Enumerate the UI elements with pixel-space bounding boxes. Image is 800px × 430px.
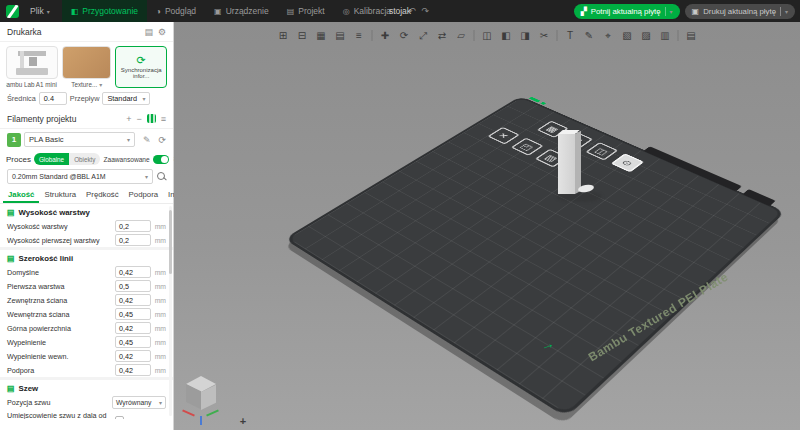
filament-row: 1 PLA Basic ▾ ✎ ⟳ bbox=[0, 129, 173, 150]
printer-card[interactable]: Bambu Lab A1 mini ▾ bbox=[6, 46, 58, 88]
printer-settings-icon[interactable]: ⚙ bbox=[158, 27, 166, 37]
seam-position-dropdown[interactable]: Wyrównany ▾ bbox=[112, 396, 166, 409]
variable-layer-icon[interactable]: ▤ bbox=[685, 29, 698, 42]
tab-device-label: Urządzenie bbox=[226, 6, 269, 16]
scope-global[interactable]: Globalne bbox=[34, 153, 69, 165]
param-input[interactable]: 0,42 bbox=[115, 322, 151, 334]
param-unit: mm bbox=[151, 297, 166, 304]
color-paint-icon[interactable]: ▨ bbox=[640, 29, 653, 42]
param-row: Domyślne 0,42 mm bbox=[0, 265, 173, 279]
flow-label: Przepływ bbox=[70, 94, 100, 103]
bambu-logo-icon bbox=[6, 5, 19, 18]
refresh-filament-icon[interactable]: ⟳ bbox=[158, 135, 166, 145]
param-input[interactable]: 0,45 bbox=[115, 336, 151, 348]
lay-on-face-icon[interactable]: ▱ bbox=[455, 29, 468, 42]
text-tool-icon[interactable]: T bbox=[564, 29, 577, 42]
scrollbar-thumb[interactable] bbox=[169, 210, 172, 274]
sidebar-scrollbar bbox=[169, 206, 172, 416]
parameter-panel: ▤ Wysokość warstwy Wysokość warstwy 0,2 … bbox=[0, 204, 173, 419]
tab-preview[interactable]: ◑ Podgląd bbox=[147, 0, 205, 22]
param-label: Wewnętrzna ściana bbox=[7, 310, 115, 319]
filament-slot-chip[interactable]: 1 bbox=[7, 133, 21, 147]
param-input[interactable]: 0,45 bbox=[115, 308, 151, 320]
split-parts-icon[interactable]: ◨ bbox=[519, 29, 532, 42]
param-input[interactable]: 0,42 bbox=[115, 266, 151, 278]
print-plate-button[interactable]: ▣ Drukuj aktualną płytę ▾ bbox=[685, 4, 795, 19]
remove-filament-icon[interactable]: − bbox=[136, 114, 141, 124]
plate-type-card[interactable]: Texture... ▾ bbox=[62, 46, 111, 88]
toolbar-divider bbox=[678, 30, 679, 41]
chevron-down-icon: ▾ bbox=[127, 136, 130, 143]
plate-icon-window: ◫ bbox=[585, 142, 618, 160]
main-tabs: ◧ Przygotowanie ◑ Podgląd ▣ Urządzenie ▤… bbox=[62, 0, 400, 22]
diameter-label: Średnica bbox=[7, 94, 36, 103]
filament-dropdown[interactable]: PLA Basic ▾ bbox=[24, 132, 135, 147]
model-box[interactable] bbox=[558, 134, 575, 194]
tab-strength[interactable]: Struktura bbox=[39, 187, 81, 203]
tab-quality[interactable]: Jakość bbox=[3, 187, 39, 203]
param-label: Zewnętrzna ściana bbox=[7, 296, 115, 305]
tab-prepare[interactable]: ◧ Przygotowanie bbox=[62, 0, 147, 22]
printer-selector-row: Bambu Lab A1 mini ▾ Texture... ▾ ⟳ Synch… bbox=[0, 42, 173, 90]
flow-dropdown[interactable]: Standard ▾ bbox=[102, 92, 150, 105]
prepare-icon: ◧ bbox=[71, 7, 79, 16]
print-icon: ▣ bbox=[692, 7, 700, 16]
measure-tool-icon[interactable]: ⌖ bbox=[602, 29, 615, 42]
param-input[interactable]: 0,42 bbox=[115, 294, 151, 306]
topbar-actions: ▞ Potnij aktualną płytę ▾ ▣ Drukuj aktua… bbox=[574, 4, 800, 19]
redo-icon[interactable]: ↷ bbox=[422, 6, 430, 16]
auto-arrange-icon[interactable]: ▤ bbox=[334, 29, 347, 42]
filament-spool-icon[interactable] bbox=[147, 114, 156, 123]
add-filament-icon[interactable]: + bbox=[126, 114, 131, 124]
sync-label: Synchronizacja infor... bbox=[118, 67, 164, 79]
cut-tool-icon[interactable]: ✂ bbox=[538, 29, 551, 42]
param-row: Górna powierzchnia 0,42 mm bbox=[0, 321, 173, 335]
viewport-3d[interactable]: ⊞ ⊟ ▦ ▤ ≡ ✚ ⟳ ⤢ ⇄ ▱ ◫ ◧ ◨ ✂ T ✎ ⌖ ▧ bbox=[174, 22, 800, 430]
param-input[interactable]: 0,42 bbox=[115, 350, 151, 362]
tab-device[interactable]: ▣ Urządzenie bbox=[205, 0, 278, 22]
chevron-down-icon[interactable]: ▾ bbox=[785, 8, 788, 15]
param-input[interactable]: 0,42 bbox=[115, 364, 151, 376]
chevron-down-icon[interactable]: ▾ bbox=[670, 8, 673, 15]
printer-connection-icon[interactable]: ▤ bbox=[144, 27, 153, 37]
process-preset-dropdown[interactable]: 0.20mm Standard @BBL A1M ▾ bbox=[7, 169, 153, 184]
arrange-all-icon[interactable]: ▦ bbox=[315, 29, 328, 42]
sync-info-button[interactable]: ⟳ Synchronizacja infor... bbox=[115, 46, 167, 88]
file-menu[interactable]: Plik ▾ bbox=[24, 6, 56, 16]
process-scope-toggle[interactable]: Globalne Obiekty bbox=[34, 153, 101, 165]
rotate-tool-icon[interactable]: ⟳ bbox=[398, 29, 411, 42]
seam-away-checkbox[interactable] bbox=[115, 416, 124, 420]
layout-settings-icon[interactable]: ≡ bbox=[353, 29, 366, 42]
seam-paint-icon[interactable]: ▥ bbox=[659, 29, 672, 42]
tab-speed[interactable]: Prędkość bbox=[81, 187, 124, 203]
edit-filament-icon[interactable]: ✎ bbox=[143, 135, 151, 145]
tab-project[interactable]: ▤ Projekt bbox=[278, 0, 334, 22]
plate-type-name: Texture... bbox=[71, 81, 97, 88]
mirror-tool-icon[interactable]: ⇄ bbox=[436, 29, 449, 42]
param-row: Wysokość warstwy 0,2 mm bbox=[0, 219, 173, 233]
add-plate-icon[interactable]: ⊞ bbox=[277, 29, 290, 42]
axes-toggle-icon[interactable]: + bbox=[236, 414, 250, 428]
param-input[interactable]: 0,2 bbox=[115, 234, 151, 246]
scale-tool-icon[interactable]: ⤢ bbox=[417, 29, 430, 42]
support-paint-icon[interactable]: ▧ bbox=[621, 29, 634, 42]
advanced-toggle[interactable] bbox=[153, 155, 169, 164]
scope-objects[interactable]: Obiekty bbox=[69, 153, 100, 165]
filament-list-icon[interactable]: ≡ bbox=[161, 114, 166, 124]
slice-plate-button[interactable]: ▞ Potnij aktualną płytę ▾ bbox=[574, 4, 680, 19]
build-plate[interactable]: ▦ ▥ ◫ ⊙ ✕ ◰ ▤ bbox=[288, 98, 781, 413]
search-icon[interactable] bbox=[157, 172, 166, 181]
move-tool-icon[interactable]: ✚ bbox=[379, 29, 392, 42]
navigation-cube[interactable] bbox=[184, 376, 228, 428]
advanced-label: Zaawansowane bbox=[103, 156, 149, 163]
printer-name-dropdown[interactable]: Bambu Lab A1 mini ▾ bbox=[6, 81, 58, 88]
plate-type-dropdown[interactable]: Texture... ▾ bbox=[62, 81, 111, 88]
param-input[interactable]: 0,2 bbox=[115, 220, 151, 232]
assembly-view-icon[interactable]: ◫ bbox=[481, 29, 494, 42]
diameter-input[interactable]: 0.4 bbox=[39, 92, 67, 105]
split-objects-icon[interactable]: ◧ bbox=[500, 29, 513, 42]
remove-plate-icon[interactable]: ⊟ bbox=[296, 29, 309, 42]
svg-tool-icon[interactable]: ✎ bbox=[583, 29, 596, 42]
param-input[interactable]: 0,5 bbox=[115, 280, 151, 292]
tab-support[interactable]: Podpora bbox=[124, 187, 163, 203]
